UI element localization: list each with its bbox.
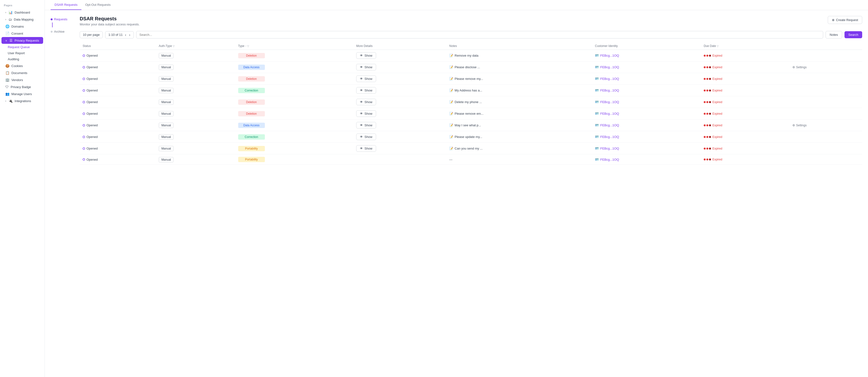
- table-row: Opened Manual Data Access 👁 Show 📝 May I…: [80, 119, 862, 131]
- per-page-button[interactable]: 10 per page: [80, 31, 103, 38]
- note-icon: 📝: [449, 112, 453, 115]
- customer-id-icon: 🪪: [595, 124, 599, 127]
- integrations-icon: 🔌: [8, 99, 12, 103]
- vendor-icon: 🏢: [5, 78, 9, 82]
- customer-id-text: FEBcg...1OQ: [600, 77, 619, 80]
- prev-page-button[interactable]: ‹: [125, 33, 127, 37]
- type-sort-icon[interactable]: ↑: [245, 45, 246, 47]
- col-type: Type ↑ ▽: [235, 42, 353, 50]
- customer-id-text: FEBcg...1OQ: [600, 89, 619, 92]
- due-date-cell: Expired: [701, 143, 789, 155]
- sidebar-item-privacy-badge[interactable]: 🛡 Privacy Badge: [1, 83, 43, 90]
- sidebar-sub-item-user-report[interactable]: User Report: [0, 50, 44, 56]
- customer-id-text: FEBcg...1OQ: [600, 65, 619, 69]
- exp-dot-3: [709, 124, 711, 126]
- settings-link[interactable]: ⚙ Settings: [793, 66, 859, 69]
- auth-type-badge: Manual: [159, 76, 174, 81]
- show-button[interactable]: 👁 Show: [356, 134, 376, 140]
- exp-dot-3: [709, 55, 711, 57]
- show-button[interactable]: 👁 Show: [356, 145, 376, 152]
- sidebar-item-dashboard[interactable]: › 📊 Dashboard: [1, 9, 43, 16]
- type-cell: Data Access: [235, 119, 353, 131]
- eye-icon: 👁: [360, 54, 363, 57]
- sidebar-item-privacy-requests[interactable]: ∨ ☰ Privacy Requests: [1, 37, 43, 44]
- exp-dot-3: [709, 148, 711, 149]
- note-icon: 📝: [449, 135, 453, 139]
- sidebar-sub-item-request-queue[interactable]: Request Queue: [0, 44, 44, 50]
- show-button[interactable]: 👁 Show: [356, 52, 376, 59]
- auth-type-badge: Manual: [159, 53, 174, 58]
- more-details-cell: 👁 Show: [353, 108, 446, 119]
- sidebar-item-consent[interactable]: 📄 Consent: [1, 30, 43, 37]
- notes-cell: 📝 Delete my phone ...: [446, 96, 592, 108]
- type-filter-icon[interactable]: ▽: [247, 45, 249, 47]
- type-cell: Portability: [235, 143, 353, 155]
- settings-cell: [789, 73, 862, 85]
- note-text: ---: [449, 158, 453, 161]
- content-area: Requests Archive DSAR Requests Monitor y…: [45, 10, 868, 377]
- customer-id-icon: 🪪: [595, 112, 599, 115]
- sidebar-item-label: Manage Users: [11, 92, 32, 96]
- table-row: Opened Manual Correction 👁 Show 📝 Please…: [80, 131, 862, 143]
- expired-label: Expired: [712, 66, 722, 69]
- note-text: Can you send my ...: [455, 147, 483, 150]
- customer-identity-cell: 🪪 FEBcg...1OQ: [592, 85, 701, 96]
- settings-link[interactable]: ⚙ Settings: [793, 124, 859, 127]
- expired-dots: [704, 148, 711, 149]
- due-date-cell: Expired: [701, 131, 789, 143]
- expired-dots: [704, 101, 711, 103]
- sidebar-item-integrations[interactable]: › 🔌 Integrations: [1, 98, 43, 104]
- sidebar-item-manage-users[interactable]: 👥 Manage Users: [1, 91, 43, 97]
- customer-id-text: FEBcg...1OQ: [600, 100, 619, 104]
- status-text: Opened: [87, 135, 98, 139]
- note-text: Please update my...: [455, 135, 482, 139]
- show-button[interactable]: 👁 Show: [356, 87, 376, 94]
- expired-label: Expired: [712, 147, 722, 150]
- show-button[interactable]: 👁 Show: [356, 110, 376, 117]
- auth-type-badge: Manual: [159, 99, 174, 105]
- main-content: DSAR Requests Opt-Out Requests Requests …: [45, 0, 868, 377]
- show-button[interactable]: 👁 Show: [356, 122, 376, 129]
- left-nav: Requests Archive: [51, 16, 75, 371]
- tab-dsar-requests[interactable]: DSAR Requests: [51, 0, 82, 10]
- due-date-filter-icon[interactable]: ▽: [717, 45, 719, 47]
- toolbar: 10 per page 1-10 of 11 ‹ › Notes Search: [80, 31, 862, 38]
- status-indicator: [83, 136, 85, 138]
- sidebar-item-cookies[interactable]: 🍪 Cookies: [1, 62, 43, 69]
- customer-id-icon: 🪪: [595, 158, 599, 161]
- show-button[interactable]: 👁 Show: [356, 75, 376, 82]
- customer-id-icon: 🪪: [595, 65, 599, 69]
- notes-cell: 📝 Please remove em...: [446, 108, 592, 119]
- col-auth-type: Auth-Type ▽: [156, 42, 235, 50]
- sidebar-sub-item-auditing[interactable]: Auditing: [0, 56, 44, 62]
- sidebar-item-domains[interactable]: 🌐 Domains: [1, 23, 43, 30]
- exp-dot-2: [706, 90, 708, 92]
- create-request-button[interactable]: ⊕ Create Request: [828, 16, 862, 24]
- pagination-info: 1-10 of 11 ‹ ›: [105, 31, 134, 38]
- left-nav-archive[interactable]: Archive: [51, 28, 75, 35]
- search-input[interactable]: [136, 31, 823, 38]
- auth-type-cell: Manual: [156, 73, 235, 85]
- auth-type-cell: Manual: [156, 96, 235, 108]
- exp-dot-1: [704, 90, 706, 92]
- sidebar-item-label: Cookies: [11, 64, 23, 68]
- list-icon: ☰: [9, 38, 12, 42]
- search-button[interactable]: Search: [844, 31, 862, 38]
- next-page-button[interactable]: ›: [129, 33, 131, 37]
- notes-button[interactable]: Notes: [826, 31, 842, 38]
- show-button[interactable]: 👁 Show: [356, 64, 376, 70]
- tab-opt-out-requests[interactable]: Opt-Out Requests: [82, 0, 115, 10]
- customer-identity-cell: 🪪 FEBcg...1OQ: [592, 108, 701, 119]
- auth-type-filter-icon[interactable]: ▽: [173, 45, 175, 47]
- sidebar-item-documents[interactable]: 📋 Documents: [1, 69, 43, 76]
- nav-line: [52, 23, 53, 27]
- left-nav-requests[interactable]: Requests: [51, 16, 75, 23]
- sidebar-item-vendors[interactable]: 🏢 Vendors: [1, 76, 43, 83]
- globe-icon: 🌐: [5, 25, 9, 28]
- note-icon: 📝: [449, 124, 453, 127]
- show-button[interactable]: 👁 Show: [356, 99, 376, 105]
- more-details-cell: 👁 Show: [353, 73, 446, 85]
- table-row: Opened Manual Deletion 👁 Show 📝 Please r…: [80, 73, 862, 85]
- type-cell: Correction: [235, 131, 353, 143]
- sidebar-item-data-mapping[interactable]: › 🗂 Data Mapping: [1, 16, 43, 23]
